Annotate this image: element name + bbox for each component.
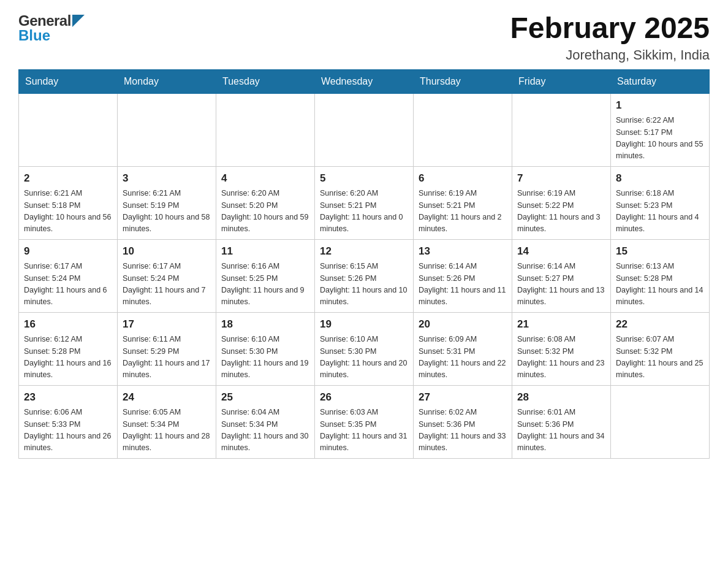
calendar-cell: [19, 93, 118, 166]
day-number: 3: [123, 170, 211, 186]
day-number: 7: [517, 170, 605, 186]
calendar-week-row: 2Sunrise: 6:21 AM Sunset: 5:18 PM Daylig…: [19, 166, 710, 239]
day-info: Sunrise: 6:10 AM Sunset: 5:30 PM Dayligh…: [320, 334, 408, 381]
day-info: Sunrise: 6:14 AM Sunset: 5:27 PM Dayligh…: [517, 261, 605, 308]
calendar-cell: 3Sunrise: 6:21 AM Sunset: 5:19 PM Daylig…: [118, 166, 216, 239]
calendar-cell: [512, 93, 611, 166]
day-info: Sunrise: 6:02 AM Sunset: 5:36 PM Dayligh…: [419, 407, 507, 454]
calendar-cell: 23Sunrise: 6:06 AM Sunset: 5:33 PM Dayli…: [19, 385, 118, 458]
day-number: 12: [320, 243, 408, 259]
calendar-cell: 5Sunrise: 6:20 AM Sunset: 5:21 PM Daylig…: [315, 166, 414, 239]
calendar-cell: 10Sunrise: 6:17 AM Sunset: 5:24 PM Dayli…: [118, 239, 216, 312]
calendar-cell: 4Sunrise: 6:20 AM Sunset: 5:20 PM Daylig…: [216, 166, 315, 239]
calendar-cell: [315, 93, 414, 166]
calendar-cell: [216, 93, 315, 166]
day-info: Sunrise: 6:05 AM Sunset: 5:34 PM Dayligh…: [123, 407, 211, 454]
calendar-cell: 25Sunrise: 6:04 AM Sunset: 5:34 PM Dayli…: [216, 385, 315, 458]
calendar-cell: 21Sunrise: 6:08 AM Sunset: 5:32 PM Dayli…: [512, 312, 611, 385]
day-number: 26: [320, 389, 408, 405]
day-number: 24: [123, 389, 211, 405]
calendar-cell: 2Sunrise: 6:21 AM Sunset: 5:18 PM Daylig…: [19, 166, 118, 239]
calendar-cell: 27Sunrise: 6:02 AM Sunset: 5:36 PM Dayli…: [414, 385, 512, 458]
day-info: Sunrise: 6:10 AM Sunset: 5:30 PM Dayligh…: [221, 334, 309, 381]
calendar-cell: 17Sunrise: 6:11 AM Sunset: 5:29 PM Dayli…: [118, 312, 216, 385]
calendar-cell: 8Sunrise: 6:18 AM Sunset: 5:23 PM Daylig…: [611, 166, 710, 239]
day-header-sunday: Sunday: [19, 69, 118, 93]
day-info: Sunrise: 6:09 AM Sunset: 5:31 PM Dayligh…: [419, 334, 507, 381]
calendar-week-row: 9Sunrise: 6:17 AM Sunset: 5:24 PM Daylig…: [19, 239, 710, 312]
svg-marker-0: [72, 15, 85, 27]
day-info: Sunrise: 6:12 AM Sunset: 5:28 PM Dayligh…: [24, 334, 112, 381]
calendar-header-row: SundayMondayTuesdayWednesdayThursdayFrid…: [19, 69, 710, 93]
day-number: 18: [221, 316, 309, 332]
day-info: Sunrise: 6:13 AM Sunset: 5:28 PM Dayligh…: [616, 261, 704, 308]
day-number: 4: [221, 170, 309, 186]
day-info: Sunrise: 6:01 AM Sunset: 5:36 PM Dayligh…: [517, 407, 605, 454]
calendar-week-row: 16Sunrise: 6:12 AM Sunset: 5:28 PM Dayli…: [19, 312, 710, 385]
day-header-tuesday: Tuesday: [216, 69, 315, 93]
day-number: 27: [419, 389, 507, 405]
day-info: Sunrise: 6:06 AM Sunset: 5:33 PM Dayligh…: [24, 407, 112, 454]
day-number: 20: [419, 316, 507, 332]
day-info: Sunrise: 6:15 AM Sunset: 5:26 PM Dayligh…: [320, 261, 408, 308]
day-info: Sunrise: 6:08 AM Sunset: 5:32 PM Dayligh…: [517, 334, 605, 381]
day-info: Sunrise: 6:20 AM Sunset: 5:20 PM Dayligh…: [221, 188, 309, 236]
logo-blue-text: Blue: [18, 27, 50, 44]
calendar-cell: 14Sunrise: 6:14 AM Sunset: 5:27 PM Dayli…: [512, 239, 611, 312]
calendar-cell: 6Sunrise: 6:19 AM Sunset: 5:21 PM Daylig…: [414, 166, 512, 239]
day-info: Sunrise: 6:07 AM Sunset: 5:32 PM Dayligh…: [616, 334, 704, 381]
title-block: February 2025 Jorethang, Sikkim, India: [510, 12, 710, 63]
calendar-cell: 15Sunrise: 6:13 AM Sunset: 5:28 PM Dayli…: [611, 239, 710, 312]
calendar-title: February 2025: [510, 12, 710, 45]
calendar-table: SundayMondayTuesdayWednesdayThursdayFrid…: [18, 69, 710, 459]
day-number: 14: [517, 243, 605, 259]
day-number: 5: [320, 170, 408, 186]
calendar-cell: 12Sunrise: 6:15 AM Sunset: 5:26 PM Dayli…: [315, 239, 414, 312]
day-number: 8: [616, 170, 704, 186]
day-number: 6: [419, 170, 507, 186]
calendar-cell: 9Sunrise: 6:17 AM Sunset: 5:24 PM Daylig…: [19, 239, 118, 312]
day-number: 21: [517, 316, 605, 332]
page-header: General Blue February 2025 Jorethang, Si…: [18, 12, 710, 63]
day-number: 28: [517, 389, 605, 405]
calendar-cell: 19Sunrise: 6:10 AM Sunset: 5:30 PM Dayli…: [315, 312, 414, 385]
day-info: Sunrise: 6:16 AM Sunset: 5:25 PM Dayligh…: [221, 261, 309, 308]
day-header-monday: Monday: [118, 69, 216, 93]
day-info: Sunrise: 6:21 AM Sunset: 5:18 PM Dayligh…: [24, 188, 112, 236]
calendar-cell: 7Sunrise: 6:19 AM Sunset: 5:22 PM Daylig…: [512, 166, 611, 239]
calendar-cell: 28Sunrise: 6:01 AM Sunset: 5:36 PM Dayli…: [512, 385, 611, 458]
day-number: 9: [24, 243, 112, 259]
day-number: 1: [616, 98, 704, 113]
calendar-cell: 11Sunrise: 6:16 AM Sunset: 5:25 PM Dayli…: [216, 239, 315, 312]
day-number: 17: [123, 316, 211, 332]
day-info: Sunrise: 6:19 AM Sunset: 5:21 PM Dayligh…: [419, 188, 507, 236]
day-info: Sunrise: 6:11 AM Sunset: 5:29 PM Dayligh…: [123, 334, 211, 381]
logo: General Blue: [18, 12, 85, 44]
day-info: Sunrise: 6:22 AM Sunset: 5:17 PM Dayligh…: [616, 115, 704, 163]
day-info: Sunrise: 6:14 AM Sunset: 5:26 PM Dayligh…: [419, 261, 507, 308]
day-header-thursday: Thursday: [414, 69, 512, 93]
calendar-cell: 26Sunrise: 6:03 AM Sunset: 5:35 PM Dayli…: [315, 385, 414, 458]
day-header-friday: Friday: [512, 69, 611, 93]
calendar-cell: 1Sunrise: 6:22 AM Sunset: 5:17 PM Daylig…: [611, 93, 710, 166]
day-info: Sunrise: 6:03 AM Sunset: 5:35 PM Dayligh…: [320, 407, 408, 454]
calendar-week-row: 1Sunrise: 6:22 AM Sunset: 5:17 PM Daylig…: [19, 93, 710, 166]
day-number: 10: [123, 243, 211, 259]
day-number: 15: [616, 243, 704, 259]
calendar-cell: [414, 93, 512, 166]
day-info: Sunrise: 6:17 AM Sunset: 5:24 PM Dayligh…: [24, 261, 112, 308]
logo-arrow-icon: [72, 15, 85, 27]
day-number: 13: [419, 243, 507, 259]
calendar-week-row: 23Sunrise: 6:06 AM Sunset: 5:33 PM Dayli…: [19, 385, 710, 458]
day-info: Sunrise: 6:18 AM Sunset: 5:23 PM Dayligh…: [616, 188, 704, 236]
day-info: Sunrise: 6:20 AM Sunset: 5:21 PM Dayligh…: [320, 188, 408, 236]
calendar-cell: [611, 385, 710, 458]
day-number: 2: [24, 170, 112, 186]
day-number: 16: [24, 316, 112, 332]
day-info: Sunrise: 6:19 AM Sunset: 5:22 PM Dayligh…: [517, 188, 605, 236]
day-info: Sunrise: 6:17 AM Sunset: 5:24 PM Dayligh…: [123, 261, 211, 308]
calendar-cell: [118, 93, 216, 166]
day-number: 11: [221, 243, 309, 259]
day-number: 19: [320, 316, 408, 332]
calendar-cell: 18Sunrise: 6:10 AM Sunset: 5:30 PM Dayli…: [216, 312, 315, 385]
